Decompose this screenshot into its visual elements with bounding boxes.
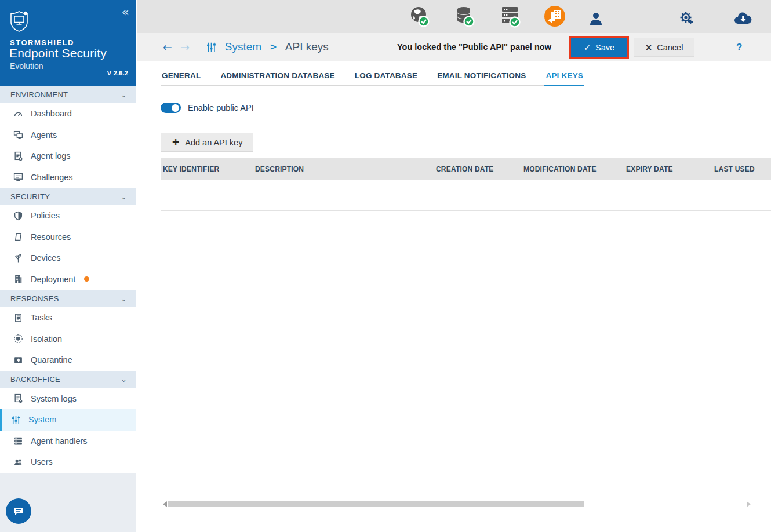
- main-area: ← → System > API keys You locked the "Pu…: [137, 0, 771, 532]
- agent-handler-status-icon[interactable]: [500, 5, 522, 28]
- chat-bubble-icon: [12, 505, 25, 518]
- sidebar-section-responses[interactable]: RESPONSES ⌄: [0, 290, 136, 307]
- sidebar-nav: ENVIRONMENT ⌄ Dashboard Agents: [0, 86, 136, 473]
- deployment-sync-status-icon[interactable]: [544, 5, 566, 28]
- sidebar-item-agents[interactable]: Agents: [0, 125, 136, 146]
- sidebar-item-resources[interactable]: Resources: [0, 227, 136, 248]
- sidebar-item-label: Quarantine: [31, 355, 72, 365]
- system-sliders-icon: [206, 42, 217, 53]
- sidebar-item-system-logs[interactable]: System logs: [0, 388, 136, 410]
- enable-public-api-label: Enable public API: [188, 103, 254, 112]
- section-label: BACKOFFICE: [10, 375, 60, 384]
- external-services-icon[interactable]: [677, 8, 699, 31]
- sidebar-item-devices[interactable]: Devices: [0, 247, 136, 269]
- chevron-down-icon: ⌄: [121, 193, 127, 201]
- tab-api-keys[interactable]: API KEYS: [544, 66, 584, 86]
- scrollbar-thumb[interactable]: [168, 501, 584, 507]
- sidebar-section-security[interactable]: SECURITY ⌄: [0, 188, 136, 205]
- sidebar-section-backoffice[interactable]: BACKOFFICE ⌄: [0, 371, 136, 388]
- sidebar-item-label: Resources: [31, 232, 71, 242]
- cancel-button[interactable]: × Cancel: [634, 38, 694, 57]
- section-label: RESPONSES: [10, 294, 59, 303]
- tab-administration-database[interactable]: ADMINISTRATION DATABASE: [219, 66, 336, 86]
- sidebar-item-label: Dashboard: [31, 109, 72, 118]
- scroll-right-arrow-icon[interactable]: [747, 501, 751, 507]
- column-last-used[interactable]: LAST USED: [712, 158, 771, 180]
- quarantine-virus-icon: [13, 355, 23, 365]
- sidebar-item-label: Challenges: [31, 173, 73, 182]
- close-icon: ×: [645, 42, 653, 53]
- user-account-icon[interactable]: [585, 8, 607, 31]
- sidebar-item-isolation[interactable]: Isolation: [0, 329, 136, 350]
- action-bar: ← → System > API keys You locked the "Pu…: [137, 33, 771, 61]
- sidebar-section-environment[interactable]: ENVIRONMENT ⌄: [0, 86, 136, 103]
- section-label: SECURITY: [10, 192, 50, 201]
- sidebar-item-agent-logs[interactable]: Agent logs: [0, 145, 136, 167]
- add-api-key-button[interactable]: + Add an API key: [161, 133, 253, 152]
- sidebar-item-system[interactable]: System: [0, 409, 136, 431]
- sidebar-item-label: Agent logs: [31, 151, 71, 161]
- sidebar-item-policies[interactable]: Policies: [0, 205, 136, 227]
- breadcrumb-separator: >: [270, 42, 277, 52]
- feedback-chat-button[interactable]: [6, 498, 31, 524]
- toggle-knob: [172, 104, 179, 112]
- sidebar-item-users[interactable]: Users: [0, 451, 136, 473]
- chevron-down-icon: ⌄: [121, 295, 127, 303]
- tasks-clipboard-icon: [13, 312, 23, 323]
- version-label: V 2.6.2: [107, 70, 128, 76]
- column-description[interactable]: DESCRIPTION: [253, 158, 434, 180]
- horizontal-scrollbar: [163, 500, 751, 508]
- policies-shield-icon: [13, 210, 23, 221]
- sidebar-item-deployment[interactable]: Deployment: [0, 269, 136, 290]
- sidebar-item-tasks[interactable]: Tasks: [0, 307, 136, 329]
- cloud-download-icon[interactable]: [732, 8, 754, 31]
- users-people-icon: [13, 457, 23, 467]
- product-name: Endpoint Security: [9, 46, 107, 60]
- app-window: « STORMSHIELD Endpoint Security Evolutio…: [0, 0, 771, 532]
- sidebar-item-dashboard[interactable]: Dashboard: [0, 103, 136, 125]
- challenges-monitor-icon: [13, 172, 23, 183]
- breadcrumb-parent[interactable]: System: [225, 41, 261, 53]
- stormshield-logo-icon: [10, 10, 30, 32]
- agent-logs-document-icon: [13, 151, 23, 161]
- column-modification-date[interactable]: MODIFICATION DATE: [521, 158, 624, 180]
- agents-monitors-icon: [13, 130, 23, 140]
- dashboard-gauge-icon: [13, 108, 23, 119]
- sidebar-item-label: Deployment: [31, 275, 75, 284]
- system-logs-document-icon: [13, 393, 23, 404]
- help-button[interactable]: ?: [736, 38, 742, 57]
- tab-log-database[interactable]: LOG DATABASE: [354, 66, 419, 86]
- sidebar-item-label: Users: [31, 457, 53, 467]
- brand-name: STORMSHIELD: [10, 38, 74, 47]
- empty-table-row: [161, 180, 771, 210]
- top-status-bar: [137, 0, 771, 33]
- column-key-identifier[interactable]: KEY IDENTIFIER: [161, 158, 253, 180]
- tab-email-notifications[interactable]: EMAIL NOTIFICATIONS: [436, 66, 527, 86]
- breadcrumb-current: API keys: [285, 41, 329, 53]
- column-expiry-date[interactable]: EXPIRY DATE: [624, 158, 712, 180]
- back-button[interactable]: ←: [163, 42, 172, 53]
- internet-status-icon[interactable]: [409, 5, 431, 28]
- agent-handlers-server-icon: [13, 436, 23, 446]
- tab-general[interactable]: GENERAL: [161, 66, 202, 86]
- column-creation-date[interactable]: CREATION DATE: [434, 158, 521, 180]
- forward-button[interactable]: →: [180, 42, 190, 53]
- save-button[interactable]: ✓ Save: [571, 38, 627, 57]
- chevron-down-icon: ⌄: [121, 376, 127, 383]
- api-keys-table: KEY IDENTIFIER DESCRIPTION CREATION DATE…: [161, 158, 771, 211]
- sidebar-collapse-button[interactable]: «: [122, 6, 129, 19]
- sidebar-item-label: Agent handlers: [31, 436, 88, 446]
- chevron-down-icon: ⌄: [121, 91, 127, 99]
- devices-usb-icon: [13, 253, 23, 263]
- sidebar: « STORMSHIELD Endpoint Security Evolutio…: [0, 0, 136, 532]
- sidebar-item-label: System logs: [31, 394, 77, 403]
- sidebar-item-agent-handlers[interactable]: Agent handlers: [0, 431, 136, 452]
- database-status-icon[interactable]: [454, 5, 476, 28]
- settings-tabs: GENERAL ADMINISTRATION DATABASE LOG DATA…: [161, 66, 584, 86]
- sidebar-item-challenges[interactable]: Challenges: [0, 167, 136, 188]
- scroll-left-arrow-icon[interactable]: [163, 501, 167, 507]
- edition-name: Evolution: [10, 61, 43, 71]
- breadcrumb: ← → System > API keys: [163, 33, 329, 61]
- sidebar-item-quarantine[interactable]: Quarantine: [0, 349, 136, 371]
- enable-public-api-toggle[interactable]: [161, 103, 181, 113]
